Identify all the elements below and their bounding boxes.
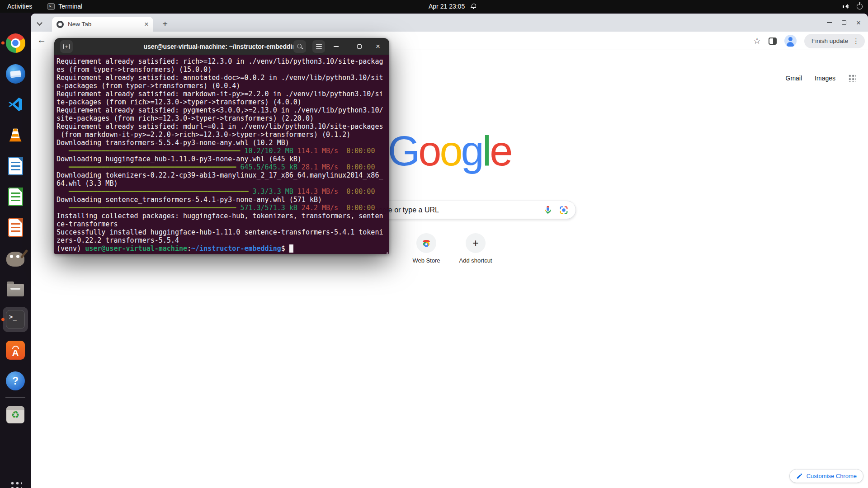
volume-icon: [843, 4, 849, 9]
terminal-output[interactable]: Requirement already satisfied: rich>=12.…: [54, 55, 389, 254]
voice-search-mic-icon[interactable]: [542, 205, 553, 216]
dock-item-libreoffice-writer[interactable]: [3, 153, 28, 178]
terminal-app-icon: >_: [47, 3, 55, 10]
terminal-line: ━━━━━━━━━━━━━━━━━━━━━━━━━━━━━━━━━━━━━━━━…: [57, 163, 389, 171]
google-logo-letter: g: [461, 128, 482, 174]
terminal-menu-button[interactable]: [312, 40, 325, 53]
dock-item-app-center[interactable]: A: [3, 338, 28, 363]
tab-new-tab[interactable]: New Tab ×: [52, 17, 153, 32]
google-logo-letter: l: [482, 128, 490, 174]
terminal-new-tab-button[interactable]: +: [60, 40, 73, 53]
search-icon: [297, 43, 303, 50]
terminal-line: Requirement already satisfied: pygments<…: [57, 106, 389, 114]
google-logo-letter: o: [418, 128, 439, 174]
terminal-scrollbar[interactable]: [387, 252, 388, 254]
dock-item-libreoffice-impress[interactable]: [3, 215, 28, 240]
google-logo-letter: o: [439, 128, 461, 174]
shortcut-web-store[interactable]: Web Store: [399, 233, 453, 264]
terminal-line: ━━━━━━━━━━━━━━━━━━━━━━━━━━━━━━━━━━━━━━━━…: [57, 188, 389, 196]
terminal-line: Successfully installed huggingface-hub-1…: [57, 228, 389, 236]
terminal-line: zers-0.22.2 transformers-5.5.4: [57, 236, 389, 244]
trash-icon: ♻: [6, 406, 24, 423]
back-button[interactable]: ←: [37, 35, 46, 45]
dock-item-help[interactable]: ?: [3, 368, 28, 394]
terminal-icon: >_: [6, 310, 25, 329]
terminal-search-button[interactable]: [293, 40, 306, 53]
dock-item-vlc[interactable]: [3, 122, 28, 148]
google-lens-icon[interactable]: [558, 205, 569, 216]
files-icon: [7, 284, 24, 296]
terminal-line: Downloading huggingface_hub-1.11.0-py3-n…: [57, 155, 389, 163]
images-link[interactable]: Images: [815, 75, 835, 82]
dock-item-thunderbird[interactable]: [3, 61, 28, 86]
bookmark-star-icon[interactable]: ☆: [753, 36, 761, 46]
dock-item-trash[interactable]: ♻: [3, 402, 28, 427]
finish-update-button[interactable]: Finish update ⋮: [804, 34, 865, 48]
app-center-icon: A: [6, 341, 25, 360]
google-logo-letter: e: [490, 128, 511, 174]
dock-separator: [5, 397, 25, 398]
thunderbird-icon: [6, 64, 25, 84]
dock-item-libreoffice-calc[interactable]: [3, 184, 28, 209]
chrome-icon: [6, 33, 25, 53]
terminal-line: 64.whl (3.3 MB): [57, 179, 389, 188]
pencil-icon: [796, 473, 803, 479]
terminal-minimize-icon[interactable]: [331, 38, 340, 55]
dock-item-vscode[interactable]: [3, 92, 28, 117]
focused-app-menu[interactable]: >_ Terminal: [47, 3, 82, 10]
shortcut-label: Web Store: [399, 257, 453, 264]
terminal-line: ━━━━━━━━━━━━━━━━━━━━━━━━━━━━━━━━━━━━━━━━…: [57, 147, 389, 155]
help-icon: ?: [6, 371, 25, 390]
running-indicator-dot: [1, 42, 5, 45]
chrome-close-icon[interactable]: ×: [856, 19, 861, 27]
tab-strip: New Tab × + ×: [31, 14, 868, 32]
power-icon: [857, 4, 863, 9]
web-store-icon: [416, 233, 436, 253]
clock-label: Apr 21 23:05: [429, 3, 465, 10]
gimp-icon: [6, 252, 24, 267]
terminal-line: Downloading transformers-5.5.4-py3-none-…: [57, 139, 389, 147]
google-apps-grid-icon[interactable]: [848, 74, 856, 82]
focused-app-name: Terminal: [58, 3, 82, 10]
show-apps-icon: [9, 480, 22, 488]
hamburger-icon: [316, 44, 322, 49]
dock-item-chrome[interactable]: [3, 30, 28, 56]
notification-bell-icon: [470, 4, 476, 9]
shortcut-add[interactable]: + Add shortcut: [448, 233, 503, 264]
chrome-minimize-icon[interactable]: [827, 22, 832, 23]
chrome-maximize-icon[interactable]: [842, 20, 846, 25]
ntp-links: Gmail Images: [786, 74, 856, 82]
dock-item-gimp[interactable]: [3, 245, 28, 271]
side-panel-icon[interactable]: [769, 38, 777, 45]
terminal-line: site-packages (from rich>=12.3.0->typer-…: [57, 114, 389, 122]
activities-button[interactable]: Activities: [7, 3, 32, 10]
dock-item-files[interactable]: [3, 276, 28, 301]
terminal-line: te-packages (from rich>=12.3.0->typer->t…: [57, 98, 389, 106]
libreoffice-calc-icon: [8, 188, 23, 206]
running-indicator-dot: [1, 318, 5, 321]
terminal-maximize-icon[interactable]: [355, 38, 364, 55]
vscode-icon: [7, 96, 24, 113]
gmail-link[interactable]: Gmail: [786, 75, 802, 82]
terminal-titlebar[interactable]: user@user-virtual-machine: ~/instructor-…: [54, 38, 389, 55]
terminal-close-icon[interactable]: ×: [373, 38, 382, 55]
profile-avatar[interactable]: [784, 35, 797, 47]
dock-item-terminal[interactable]: >_: [3, 307, 28, 332]
dock-item-show-apps[interactable]: [3, 474, 28, 488]
tab-search-chevron-down-icon[interactable]: [38, 21, 42, 25]
system-tray-menu[interactable]: [843, 0, 863, 13]
terminal-line: ━━━━━━━━━━━━━━━━━━━━━━━━━━━━━━━━━━━━━━━━…: [57, 204, 389, 212]
terminal-line: Downloading tokenizers-0.22.2-cp39-abi3-…: [57, 171, 389, 179]
new-tab-button[interactable]: +: [159, 18, 171, 30]
top-bar-left: Activities >_ Terminal: [7, 0, 82, 13]
customise-chrome-button[interactable]: Customise Chrome: [789, 469, 863, 483]
chrome-menu-dots-icon[interactable]: ⋮: [853, 37, 859, 45]
terminal-line: Requirement already satisfied: rich>=12.…: [57, 57, 389, 66]
clock-menu[interactable]: Apr 21 23:05: [429, 0, 476, 13]
toolbar-right-cluster: ☆ Finish update ⋮: [753, 32, 865, 50]
tab-close-icon[interactable]: ×: [144, 20, 149, 28]
finish-update-label: Finish update: [811, 38, 848, 44]
terminal-line: Installing collected packages: huggingfa…: [57, 212, 389, 220]
vlc-icon: [7, 127, 24, 144]
terminal-line: ce-transformers: [57, 220, 389, 228]
